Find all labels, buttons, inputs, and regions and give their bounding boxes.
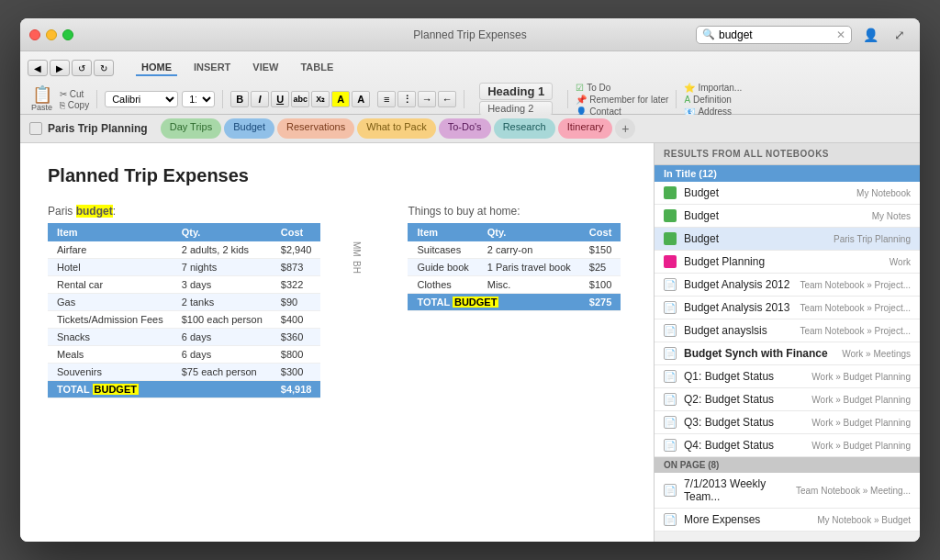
result-budgetsynch[interactable]: 📄 Budget Synch with Finance Work » Meeti… xyxy=(655,342,920,365)
search-box[interactable]: 🔍 ✕ xyxy=(696,26,852,44)
nav-history-button[interactable]: ↺ xyxy=(72,60,92,76)
result-budgetanayslsis[interactable]: 📄 Budget anayslsis Team Notebook » Proje… xyxy=(655,319,920,342)
important-label[interactable]: Importan... xyxy=(698,83,742,93)
result-budgetanalysis2012[interactable]: 📄 Budget Analysis 2012 Team Notebook » P… xyxy=(655,274,920,297)
cost-cell: $25 xyxy=(580,259,621,276)
nav-back-button[interactable]: ◀ xyxy=(28,60,48,76)
cut-label[interactable]: ✂ Cut xyxy=(60,89,89,99)
notebook-title[interactable]: Paris Trip Planning xyxy=(48,122,148,135)
underline-button[interactable]: U xyxy=(271,91,289,107)
total-label: TOTAL BUDGET xyxy=(408,294,579,311)
result-name: Q3: Budget Status xyxy=(684,416,811,429)
result-budget-paris[interactable]: Budget Paris Trip Planning xyxy=(655,228,920,251)
page-content: Planned Trip Expenses Paris budget: Item… xyxy=(20,143,654,542)
qty-cell: 3 days xyxy=(173,276,272,294)
heading2-button[interactable]: Heading 2 xyxy=(479,101,553,116)
result-location: My Notebook » Budget xyxy=(817,515,911,525)
result-q4status[interactable]: 📄 Q4: Budget Status Work » Budget Planni… xyxy=(655,434,920,457)
cost-cell: $300 xyxy=(272,364,321,381)
tab-todos[interactable]: To-Do's xyxy=(439,118,491,139)
search-input[interactable] xyxy=(719,28,833,41)
result-icon-file: 📄 xyxy=(664,416,677,429)
font-size-selector[interactable]: 11 xyxy=(182,91,215,107)
notebook-checkbox[interactable] xyxy=(29,122,42,135)
copy-label[interactable]: ⎘ Copy xyxy=(60,100,89,110)
on-page-header: On Page (8) xyxy=(655,457,920,473)
result-more-expenses[interactable]: 📄 More Expenses My Notebook » Budget xyxy=(655,509,920,532)
total-label: TOTAL BUDGET xyxy=(48,381,272,398)
toolbar-top: ◀ ▶ ↺ ↻ HOME INSERT VIEW TABLE xyxy=(20,51,920,84)
tab-insert[interactable]: INSERT xyxy=(188,60,236,76)
result-q3status[interactable]: 📄 Q3: Budget Status Work » Budget Planni… xyxy=(655,411,920,434)
result-budget-mynotebook[interactable]: Budget My Notebook xyxy=(655,182,920,205)
heading1-button[interactable]: Heading 1 xyxy=(479,83,553,100)
tab-home[interactable]: HOME xyxy=(136,60,177,76)
tab-daytrips[interactable]: Day Trips xyxy=(161,118,221,139)
result-name: Budget xyxy=(684,186,856,199)
window-title: Planned Trip Expenses xyxy=(413,28,526,41)
cost-cell: $360 xyxy=(272,329,321,346)
tab-research[interactable]: Research xyxy=(494,118,555,139)
budget-highlight: budget xyxy=(76,205,113,218)
tab-budget[interactable]: Budget xyxy=(224,118,274,139)
italic-button[interactable]: I xyxy=(251,91,269,107)
result-icon-file: 📄 xyxy=(664,513,677,526)
qty-cell: 6 days xyxy=(173,346,272,364)
result-name: Q1: Budget Status xyxy=(684,370,811,383)
table-row: Meals 6 days $800 xyxy=(48,346,320,364)
tab-whattopack[interactable]: What to Pack xyxy=(357,118,435,139)
share-icon[interactable]: ⤢ xyxy=(889,24,911,46)
definition-label[interactable]: Definition xyxy=(693,95,732,105)
strikethrough-button[interactable]: abc xyxy=(291,91,309,107)
minimize-button[interactable] xyxy=(46,29,57,40)
result-budget-mynotes[interactable]: Budget My Notes xyxy=(655,205,920,228)
table-row: Rental car 3 days $322 xyxy=(48,276,320,294)
result-budgetanalysis2013[interactable]: 📄 Budget Analysis 2013 Team Notebook » P… xyxy=(655,297,920,319)
qty-cell: 2 tanks xyxy=(173,294,272,311)
todo-label[interactable]: To Do xyxy=(587,83,610,93)
result-icon-file: 📄 xyxy=(664,347,677,360)
result-q2status[interactable]: 📄 Q2: Budget Status Work » Budget Planni… xyxy=(655,388,920,411)
title-bar-actions: 🔍 ✕ 👤 ⤢ xyxy=(696,24,911,46)
nav-action-button[interactable]: ↻ xyxy=(94,60,114,76)
paste-button[interactable]: 📋 Paste xyxy=(28,86,56,112)
result-location: Team Notebook » Meeting... xyxy=(796,486,911,496)
cost-cell: $400 xyxy=(272,311,321,329)
item-cell: Airfare xyxy=(48,241,173,259)
table-row: Souvenirs $75 each person $300 xyxy=(48,364,320,381)
fontcolor-button[interactable]: A xyxy=(352,91,370,107)
outdent-button[interactable]: ← xyxy=(438,91,456,107)
result-icon-file: 📄 xyxy=(664,278,677,291)
close-button[interactable] xyxy=(29,29,40,40)
table-row: Suitcases 2 carry-on $150 xyxy=(408,241,621,259)
result-q1status[interactable]: 📄 Q1: Budget Status Work » Budget Planni… xyxy=(655,365,920,388)
result-icon-green xyxy=(664,186,677,199)
result-weekly-team[interactable]: 📄 7/1/2013 Weekly Team... Team Notebook … xyxy=(655,473,920,509)
tab-view[interactable]: VIEW xyxy=(247,60,284,76)
nav-forward-button[interactable]: ▶ xyxy=(50,60,70,76)
indent-button[interactable]: → xyxy=(418,91,436,107)
clear-search-icon[interactable]: ✕ xyxy=(836,28,845,41)
todo-item: ☑ To Do xyxy=(576,83,668,93)
add-tab-button[interactable]: + xyxy=(615,118,635,139)
maximize-button[interactable] xyxy=(62,29,73,40)
bh-label: BH xyxy=(352,261,362,274)
font-selector[interactable]: Calibri xyxy=(105,91,178,107)
bullets-button[interactable]: ≡ xyxy=(377,91,396,107)
bold-button[interactable]: B xyxy=(230,91,249,107)
item-cell: Gas xyxy=(48,294,173,311)
item-cell: Guide book xyxy=(408,259,477,276)
tab-itinerary[interactable]: Itinerary xyxy=(558,118,613,139)
remember-label[interactable]: Remember for later xyxy=(589,95,668,105)
subscript-button[interactable]: X₂ xyxy=(311,91,330,107)
highlight-button[interactable]: A xyxy=(331,91,350,107)
tab-reservations[interactable]: Reservations xyxy=(277,118,354,139)
result-icon-pink xyxy=(664,255,677,268)
account-icon[interactable]: 👤 xyxy=(859,24,881,46)
result-budgetplanning-work[interactable]: Budget Planning Work xyxy=(655,251,920,274)
qty-cell: $75 each person xyxy=(173,364,272,381)
numbering-button[interactable]: ⋮ xyxy=(397,91,416,107)
tab-table[interactable]: TABLE xyxy=(295,60,339,76)
col-item: Item xyxy=(408,223,477,241)
todo-section: ☑ To Do 📌 Remember for later 👤 Contact xyxy=(576,83,668,117)
